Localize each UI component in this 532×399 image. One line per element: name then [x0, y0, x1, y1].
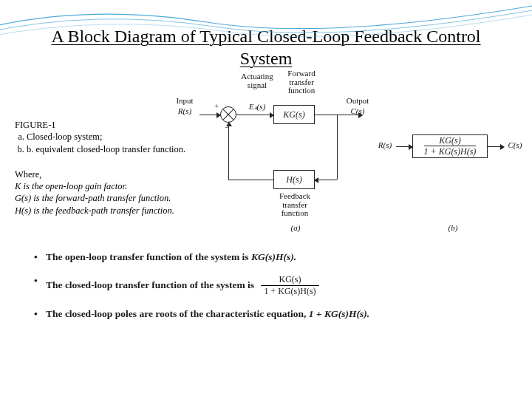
- diagram-b: R(s) KG(s) 1 + KG(s)H(s) C(s) (b): [399, 133, 525, 177]
- closed-loop-frac: KG(s) 1 + KG(s)H(s): [261, 274, 318, 297]
- line-h-left: [228, 180, 273, 180]
- label-actuating: Actuating signal: [235, 72, 279, 89]
- box-closed-tf: KG(s) 1 + KG(s)H(s): [412, 134, 488, 158]
- arrow-to-h: [315, 180, 337, 180]
- label-b-cs: C(s): [502, 140, 528, 149]
- label-output: Output: [341, 96, 374, 105]
- diagram-a: Input R(s) + − Actuating signal Eₐ(s) Fo…: [170, 74, 392, 236]
- bullet-open-loop: The open-loop transfer function of the s…: [34, 250, 498, 264]
- label-rs: R(s): [170, 106, 200, 115]
- label-fig-b: (b): [442, 223, 464, 232]
- label-forward: Forward transfer function: [279, 69, 324, 95]
- label-b-rs: R(s): [372, 140, 398, 149]
- bullet-list: The open-loop transfer function of the s…: [34, 250, 498, 321]
- summing-junction: [220, 106, 236, 123]
- label-cs: C(s): [341, 106, 374, 115]
- slide-title: A Block Diagram of Typical Closed-Loop F…: [30, 25, 502, 69]
- label-ea: Eₐ(s): [242, 102, 272, 112]
- bullet-closed-loop: The closed-loop transfer function of the…: [34, 274, 498, 297]
- label-fig-a: (a): [284, 223, 307, 232]
- line-tap-down: [337, 115, 338, 180]
- arrow-b-in: [396, 146, 412, 147]
- arrow-ea: [236, 115, 273, 115]
- arrow-b-out: [488, 146, 504, 147]
- arrow-feedback-up: [228, 123, 229, 180]
- box-hs: H(s): [273, 170, 315, 189]
- block-diagram: Input R(s) + − Actuating signal Eₐ(s) Fo…: [170, 74, 525, 244]
- label-plus: +: [213, 101, 220, 110]
- content-area: FIGURE-1 Closed-loop system; b. equivale…: [0, 74, 532, 321]
- box-kg: KG(s): [273, 105, 315, 124]
- bullet-char-eq: The closed-loop poles are roots of the c…: [34, 307, 498, 321]
- frac-num: KG(s): [439, 136, 460, 146]
- label-feedback: Feedback transfer function: [269, 192, 321, 218]
- frac-den: 1 + KG(s)H(s): [424, 146, 477, 157]
- arrow-input: [200, 115, 220, 115]
- label-input: Input: [170, 96, 200, 105]
